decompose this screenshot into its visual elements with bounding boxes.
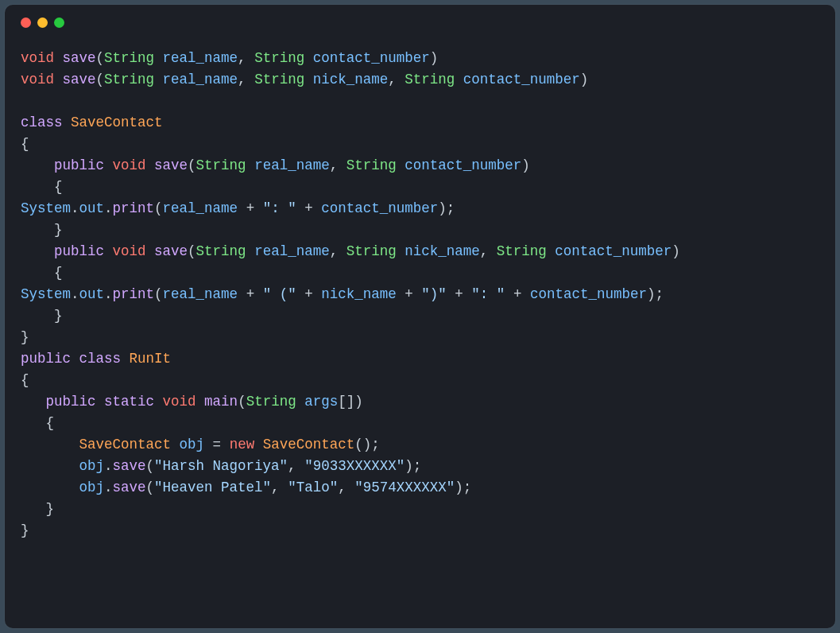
function-save: save <box>113 458 146 474</box>
identifier-out: out <box>79 286 105 302</box>
type-string: String <box>254 50 304 66</box>
function-save: save <box>63 72 96 87</box>
type-string: String <box>196 243 246 259</box>
keyword-class: class <box>21 115 63 130</box>
var-contact-number: contact_number <box>530 286 647 302</box>
keyword-void: void <box>21 50 54 66</box>
string-9033: "9033XXXXXX" <box>304 458 405 474</box>
type-string: String <box>497 243 547 259</box>
function-save: save <box>154 157 188 173</box>
var-contact-number: contact_number <box>321 200 438 216</box>
identifier-out: out <box>79 200 105 216</box>
param-real-name: real_name <box>254 243 330 259</box>
param-contact-number: contact_number <box>313 50 430 66</box>
keyword-new: new <box>230 437 255 452</box>
keyword-void: void <box>113 243 146 259</box>
type-string: String <box>104 50 154 66</box>
type-string: String <box>196 157 246 173</box>
param-real-name: real_name <box>163 72 238 87</box>
function-save: save <box>113 480 146 495</box>
param-nick-name: nick_name <box>313 72 389 87</box>
close-icon[interactable] <box>21 17 31 28</box>
var-obj: obj <box>180 437 205 452</box>
titlebar <box>5 5 835 40</box>
keyword-void: void <box>21 72 54 87</box>
keyword-public: public <box>21 351 71 367</box>
keyword-void: void <box>163 394 196 410</box>
param-real-name: real_name <box>163 50 238 66</box>
string-9574: "9574XXXXXX" <box>354 480 455 495</box>
type-string: String <box>346 157 397 173</box>
string-close-paren: ")" <box>421 286 447 302</box>
code-block: void save(String real_name, String conta… <box>5 40 835 557</box>
param-contact-number: contact_number <box>463 72 580 87</box>
var-real-name: real_name <box>163 200 238 216</box>
keyword-void: void <box>113 157 146 173</box>
function-save: save <box>154 243 188 259</box>
class-runit: RunIt <box>130 351 172 367</box>
param-args: args <box>304 394 338 410</box>
keyword-public: public <box>46 394 96 410</box>
function-print: print <box>113 200 155 216</box>
keyword-static: static <box>104 394 154 410</box>
type-string: String <box>104 72 154 87</box>
zoom-icon[interactable] <box>54 17 64 28</box>
identifier-system: System <box>21 286 71 302</box>
string-harsh: "Harsh Nagoriya" <box>154 458 288 474</box>
function-main: main <box>204 394 238 410</box>
param-nick-name: nick_name <box>405 243 480 259</box>
code-window: void save(String real_name, String conta… <box>5 5 835 628</box>
class-savecontact: SaveContact <box>263 437 355 452</box>
param-contact-number: contact_number <box>555 243 672 259</box>
var-obj: obj <box>79 458 105 474</box>
string-heaven: "Heaven Patel" <box>154 480 271 495</box>
function-print: print <box>113 286 155 302</box>
keyword-public: public <box>54 157 104 173</box>
var-nick-name: nick_name <box>321 286 397 302</box>
var-real-name: real_name <box>163 286 238 302</box>
identifier-system: System <box>21 200 71 216</box>
function-save: save <box>63 50 96 66</box>
class-savecontact: SaveContact <box>71 115 163 130</box>
keyword-public: public <box>54 243 104 259</box>
minimize-icon[interactable] <box>37 17 48 28</box>
type-string: String <box>405 72 455 87</box>
string-talo: "Talo" <box>288 480 338 495</box>
type-string: String <box>246 394 296 410</box>
string-open-paren: " (" <box>263 286 296 302</box>
param-real-name: real_name <box>254 157 330 173</box>
type-string: String <box>346 243 397 259</box>
string-colon: ": " <box>471 286 505 302</box>
param-contact-number: contact_number <box>405 157 521 173</box>
string-colon: ": " <box>263 200 296 216</box>
keyword-class: class <box>79 351 122 367</box>
class-savecontact: SaveContact <box>79 437 172 452</box>
type-string: String <box>254 72 304 87</box>
var-obj: obj <box>79 480 105 495</box>
